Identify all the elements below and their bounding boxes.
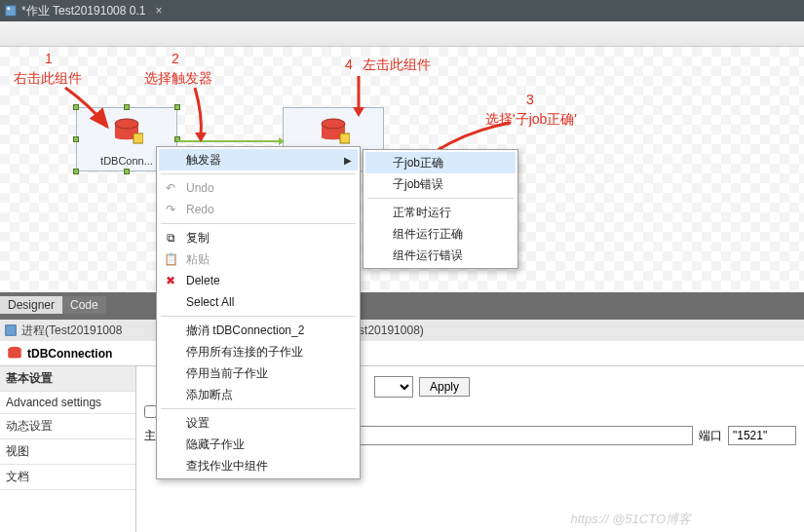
annot-3: 选择'子job正确' <box>485 111 577 129</box>
annot-3-num: 3 <box>526 92 534 107</box>
job-icon <box>4 323 18 337</box>
menu-trigger[interactable]: 触发器 ▶ 子job正确 子job错误 正常时运行 组件运行正确 组件运行错误 <box>159 149 358 171</box>
propnav-dynamic[interactable]: 动态设置 <box>0 414 135 439</box>
menu-undo[interactable]: ↶Undo <box>159 177 358 199</box>
menu-find-in-job[interactable]: 查找作业中组件 <box>159 455 358 476</box>
property-select[interactable] <box>374 376 413 398</box>
submenu-comp-ok[interactable]: 组件运行正确 <box>365 223 516 245</box>
arrow-2 <box>181 86 220 144</box>
menu-copy[interactable]: ⧉复制 <box>159 227 358 248</box>
propnav-view[interactable]: 视图 <box>0 439 135 465</box>
toolbar-strip <box>0 21 804 47</box>
annot-1: 右击此组件 <box>14 70 82 88</box>
menu-separator <box>161 223 356 224</box>
propnav-basic[interactable]: 基本设置 <box>0 366 135 392</box>
menu-add-breakpoint[interactable]: 添加断点 <box>159 384 358 405</box>
designer-canvas[interactable]: tDBConn... 1 右击此组件 2 选择触发器 4 左击此组件 3 选择'… <box>0 47 804 292</box>
menu-stop-cur-sub[interactable]: 停用当前子作业 <box>159 362 358 384</box>
tab-designer[interactable]: Designer <box>0 296 62 314</box>
svg-rect-7 <box>340 133 350 143</box>
menu-trigger-label: 触发器 <box>186 152 221 169</box>
port-input[interactable] <box>728 426 796 445</box>
submenu-run-normal[interactable]: 正常时运行 <box>365 202 516 223</box>
process-breadcrumb: 进程(Test20191008 Test20191008) <box>0 320 804 341</box>
submenu-comp-err[interactable]: 组件运行错误 <box>365 245 516 266</box>
svg-marker-9 <box>279 137 285 145</box>
menu-revoke[interactable]: 撤消 tDBConnection_2 <box>159 320 358 341</box>
property-body: 基本设置 Advanced settings 动态设置 视图 文档 Apply … <box>0 366 804 532</box>
menu-separator <box>161 173 356 174</box>
delete-icon: ✖ <box>163 273 178 288</box>
menu-redo[interactable]: ↷Redo <box>159 199 358 220</box>
menu-separator <box>161 316 356 317</box>
menu-stop-all-sub[interactable]: 停用所有连接的子作业 <box>159 341 358 362</box>
menu-hide-sub[interactable]: 隐藏子作业 <box>159 434 358 455</box>
propnav-doc[interactable]: 文档 <box>0 465 135 490</box>
database-icon <box>6 345 23 362</box>
paste-icon: 📋 <box>163 251 178 267</box>
title-tab-bar: *作业 Test20191008 0.1 × <box>0 0 804 21</box>
svg-rect-0 <box>6 6 17 17</box>
menu-settings[interactable]: 设置 <box>159 412 358 434</box>
undo-icon: ↶ <box>163 180 178 196</box>
job-icon <box>4 4 18 18</box>
port-label: 端口 <box>699 428 722 444</box>
menu-paste[interactable]: 📋粘贴 <box>159 248 358 270</box>
property-nav: 基本设置 Advanced settings 动态设置 视图 文档 <box>0 366 136 532</box>
submenu-subjob-ok[interactable]: 子job正确 <box>365 152 516 173</box>
redo-icon: ↷ <box>163 202 178 217</box>
annot-1-num: 1 <box>45 51 53 66</box>
copy-icon: ⧉ <box>163 230 178 246</box>
propnav-advanced[interactable]: Advanced settings <box>0 392 135 414</box>
database-icon <box>317 116 350 149</box>
menu-separator <box>161 408 356 409</box>
process-label-left: 进程(Test20191008 <box>21 323 122 339</box>
annot-4-num: 4 <box>345 57 353 72</box>
trigger-submenu: 子job正确 子job错误 正常时运行 组件运行正确 组件运行错误 <box>363 149 518 269</box>
annot-2: 选择触发器 <box>144 70 212 88</box>
property-title: tDBConnection <box>27 347 112 361</box>
tab-code[interactable]: Code <box>62 296 106 314</box>
svg-rect-10 <box>6 325 17 336</box>
database-icon <box>110 116 143 149</box>
component-label: tDBConn... <box>100 155 153 167</box>
close-icon[interactable]: × <box>155 4 162 18</box>
apply-button[interactable]: Apply <box>419 377 470 397</box>
chevron-right-icon: ▶ <box>344 155 352 166</box>
annot-2-num: 2 <box>172 51 179 66</box>
annot-4: 左击此组件 <box>363 57 431 74</box>
menu-separator <box>367 198 514 199</box>
tab-title[interactable]: *作业 Test20191008 0.1 <box>21 3 145 19</box>
property-header: tDBConnection <box>0 341 804 366</box>
view-tabs: Designer Code <box>0 292 804 314</box>
context-menu: 触发器 ▶ 子job正确 子job错误 正常时运行 组件运行正确 组件运行错误 … <box>156 146 361 479</box>
watermark-text: https:// @51CTO博客 <box>571 511 692 528</box>
menu-delete[interactable]: ✖Delete <box>159 270 358 291</box>
connector-line <box>177 137 285 145</box>
submenu-subjob-err[interactable]: 子job错误 <box>365 173 516 195</box>
svg-rect-1 <box>8 8 11 11</box>
menu-select-all[interactable]: Select All <box>159 291 358 313</box>
svg-rect-4 <box>134 133 143 143</box>
